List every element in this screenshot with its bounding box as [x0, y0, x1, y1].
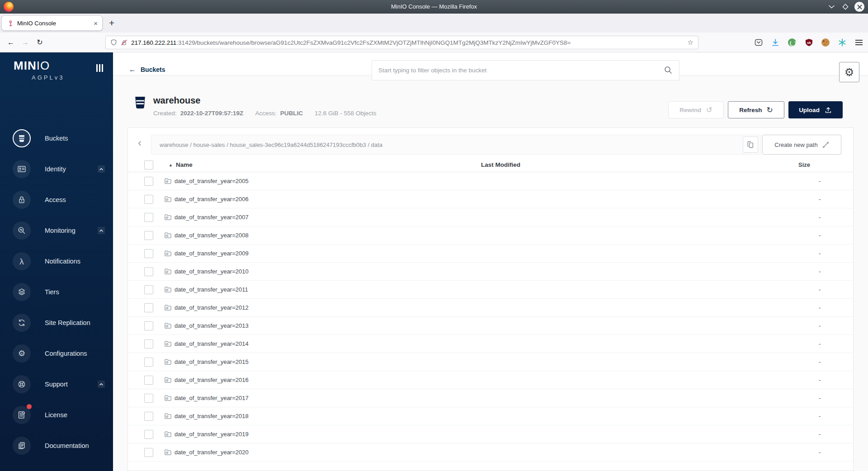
sidebar-collapse-icon[interactable] — [96, 64, 103, 72]
object-name[interactable]: date_of_transfer_year=2017 — [175, 395, 249, 401]
row-checkbox[interactable] — [144, 412, 153, 421]
table-row[interactable]: date_of_transfer_year=2012 - — [128, 299, 853, 317]
sidebar-item-site-replication[interactable]: Site Replication — [0, 307, 113, 338]
shield-permissions-icon[interactable] — [110, 39, 117, 46]
pocket-icon[interactable] — [754, 38, 763, 47]
table-row[interactable]: date_of_transfer_year=2008 - — [128, 226, 853, 245]
table-row[interactable]: date_of_transfer_year=2016 - — [128, 371, 853, 389]
colorful-star-extension-icon[interactable] — [838, 38, 847, 47]
object-name[interactable]: date_of_transfer_year=2015 — [175, 358, 249, 365]
row-checkbox[interactable] — [144, 448, 153, 457]
object-name[interactable]: date_of_transfer_year=2012 — [175, 304, 249, 311]
url-bar[interactable]: 217.160.222.211:31429/buckets/warehouse/… — [105, 36, 698, 49]
new-tab-button[interactable]: + — [109, 18, 114, 28]
object-name[interactable]: date_of_transfer_year=2011 — [175, 286, 248, 293]
object-name[interactable]: date_of_transfer_year=2008 — [175, 232, 249, 239]
object-name[interactable]: date_of_transfer_year=2019 — [175, 431, 249, 438]
column-header-last-modified[interactable]: Last Modified — [481, 161, 798, 168]
table-row[interactable]: date_of_transfer_year=2006 - — [128, 190, 853, 208]
object-name[interactable]: date_of_transfer_year=2020 — [175, 449, 249, 456]
breadcrumb-path[interactable]: warehouse / house-sales / house_sales-3e… — [160, 141, 743, 148]
row-checkbox[interactable] — [144, 177, 153, 186]
object-name[interactable]: date_of_transfer_year=2010 — [175, 268, 249, 275]
upload-button[interactable]: Upload — [788, 101, 843, 118]
back-button-icon[interactable]: ← — [4, 38, 18, 47]
ublock-shield-icon[interactable]: ub — [804, 38, 813, 47]
object-name[interactable]: date_of_transfer_year=2009 — [175, 250, 249, 257]
sidebar-item-access[interactable]: Access — [0, 184, 113, 215]
sidebar-item-configurations[interactable]: ⚙Configurations — [0, 338, 113, 369]
row-checkbox[interactable] — [144, 321, 153, 330]
extension-green-icon[interactable] — [788, 38, 797, 47]
url-path: :31429/buckets/warehouse/browse/aG91c2Ut… — [176, 39, 571, 46]
refresh-button[interactable]: Refresh↻ — [728, 101, 784, 118]
row-checkbox[interactable] — [144, 430, 153, 439]
table-row[interactable]: date_of_transfer_year=2013 - — [128, 317, 853, 335]
row-checkbox[interactable] — [144, 376, 153, 385]
browser-tab-minio-console[interactable]: MinIO Console × — [1, 15, 103, 31]
table-row[interactable]: date_of_transfer_year=2009 - — [128, 245, 853, 263]
table-row[interactable]: date_of_transfer_year=2018 - — [128, 407, 853, 425]
downloads-icon[interactable] — [771, 38, 780, 47]
table-row[interactable]: date_of_transfer_year=2007 - — [128, 208, 853, 226]
chevron-up-icon[interactable] — [98, 381, 105, 388]
bookmark-star-icon[interactable]: ☆ — [688, 38, 693, 47]
column-header-size[interactable]: Size — [798, 161, 853, 168]
object-name[interactable]: date_of_transfer_year=2014 — [175, 340, 249, 347]
table-row[interactable]: date_of_transfer_year=2020 - — [128, 443, 853, 462]
sidebar-item-notifications[interactable]: λNotifications — [0, 246, 113, 277]
breadcrumb-back-chevron-icon[interactable]: ‹ — [138, 138, 142, 148]
row-checkbox[interactable] — [144, 249, 153, 258]
back-to-buckets-link[interactable]: ← Buckets — [129, 66, 165, 74]
row-checkbox[interactable] — [144, 231, 153, 240]
column-header-name[interactable]: Name — [176, 161, 193, 168]
row-checkbox[interactable] — [144, 394, 153, 403]
tab-close-icon[interactable]: × — [94, 20, 98, 27]
menu-hamburger-icon[interactable] — [854, 38, 863, 47]
table-row[interactable]: date_of_transfer_year=2019 - — [128, 425, 853, 443]
window-minimize-icon[interactable] — [826, 2, 836, 12]
row-checkbox[interactable] — [144, 303, 153, 312]
sidebar-item-monitoring[interactable]: Monitoring — [0, 215, 113, 246]
row-checkbox[interactable] — [144, 285, 153, 294]
insecure-lock-icon[interactable] — [121, 39, 127, 46]
window-close-icon[interactable] — [854, 2, 864, 12]
chevron-up-icon[interactable] — [98, 165, 105, 173]
reload-button-icon[interactable]: ↻ — [33, 38, 47, 47]
row-checkbox[interactable] — [144, 195, 153, 204]
object-name[interactable]: date_of_transfer_year=2007 — [175, 214, 249, 221]
rewind-button[interactable]: Rewind↺ — [668, 101, 724, 118]
window-maximize-icon[interactable] — [840, 2, 850, 12]
row-checkbox[interactable] — [144, 358, 153, 367]
copy-path-button[interactable] — [743, 137, 758, 153]
sidebar-item-tiers[interactable]: Tiers — [0, 277, 113, 307]
table-row[interactable]: date_of_transfer_year=2005 - — [128, 172, 853, 190]
object-name[interactable]: date_of_transfer_year=2005 — [175, 178, 249, 184]
row-checkbox[interactable] — [144, 213, 153, 222]
table-row[interactable]: date_of_transfer_year=2017 - — [128, 389, 853, 407]
object-name[interactable]: date_of_transfer_year=2018 — [175, 413, 249, 419]
table-row[interactable]: date_of_transfer_year=2011 - — [128, 281, 853, 299]
row-checkbox[interactable] — [144, 339, 153, 349]
cookie-extension-icon[interactable] — [821, 38, 830, 47]
sidebar-item-logout[interactable]: Logout — [0, 468, 113, 471]
sort-ascending-icon[interactable]: ▲ — [169, 163, 173, 167]
sidebar-item-documentation[interactable]: Documentation — [0, 430, 113, 461]
create-new-path-button[interactable]: Create new path — [762, 135, 841, 155]
object-name[interactable]: date_of_transfer_year=2016 — [175, 377, 249, 383]
sidebar-item-buckets[interactable]: Buckets — [0, 123, 113, 154]
forward-button-icon[interactable]: → — [18, 38, 33, 47]
sidebar-item-identity[interactable]: Identity — [0, 154, 113, 184]
table-row[interactable]: date_of_transfer_year=2015 - — [128, 353, 853, 371]
select-all-checkbox[interactable] — [144, 160, 153, 170]
sidebar-item-license[interactable]: License — [0, 400, 113, 430]
table-row[interactable]: date_of_transfer_year=2010 - — [128, 263, 853, 281]
object-name[interactable]: date_of_transfer_year=2013 — [175, 322, 249, 329]
row-checkbox[interactable] — [144, 267, 153, 276]
sidebar-item-support[interactable]: Support — [0, 369, 113, 400]
folder-icon — [164, 430, 172, 438]
chevron-up-icon[interactable] — [98, 227, 105, 234]
sidebar-item-label: Documentation — [45, 442, 105, 449]
object-name[interactable]: date_of_transfer_year=2006 — [175, 196, 249, 203]
table-row[interactable]: date_of_transfer_year=2014 - — [128, 335, 853, 353]
